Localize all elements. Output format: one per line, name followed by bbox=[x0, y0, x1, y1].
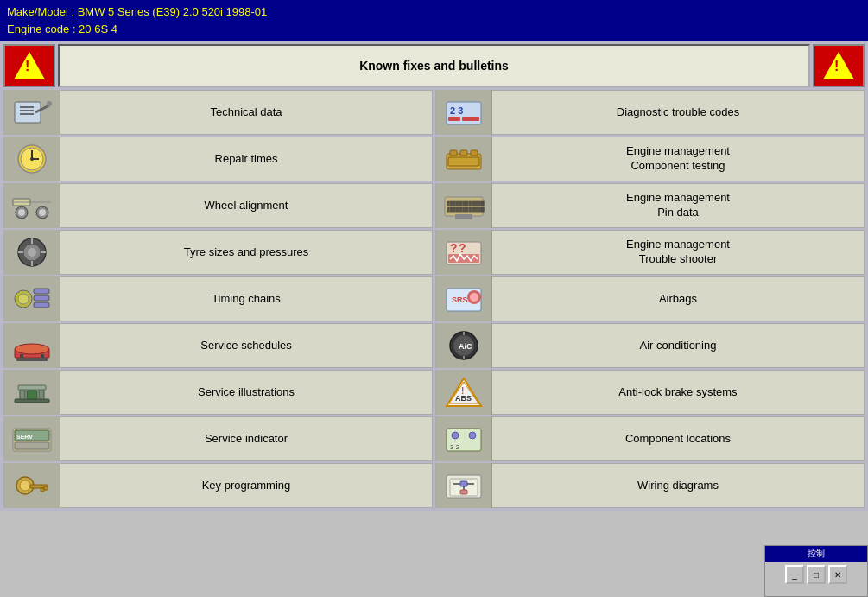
svg-text:▓▓▓▓▓▓▓▓▓▓▓▓▓▓▓▓▓: ▓▓▓▓▓▓▓▓▓▓▓▓▓▓▓▓▓ bbox=[447, 206, 485, 213]
svg-rect-47 bbox=[44, 486, 48, 490]
warning-icon-left[interactable] bbox=[3, 44, 55, 87]
wiring-diagrams-row[interactable]: Wiring diagrams bbox=[435, 463, 865, 508]
abs-label: Anti-lock brake systems bbox=[492, 382, 864, 403]
svg-point-10 bbox=[30, 157, 34, 161]
wheel-alignment-row[interactable]: Wheel alignment bbox=[3, 183, 433, 228]
taskbar-max-button[interactable]: □ bbox=[807, 565, 826, 584]
engine-mgmt-pin-row[interactable]: ▓▓▓▓▓▓▓▓▓▓▓▓▓▓▓▓▓ ▓▓▓▓▓▓▓▓▓▓▓▓▓▓▓▓▓ Engi… bbox=[435, 183, 865, 228]
svg-text:3   2: 3 2 bbox=[450, 443, 460, 451]
taskbar-close-button[interactable]: ✕ bbox=[828, 565, 847, 584]
abs-icon: ABS ! bbox=[436, 370, 492, 415]
svg-point-25 bbox=[18, 294, 29, 304]
service-illustrations-icon bbox=[4, 370, 60, 415]
main-content: Known fixes and bulletins bbox=[0, 41, 868, 511]
engine-pin-label: Engine managementPin data bbox=[492, 187, 864, 224]
service-indicator-row[interactable]: SERV Service indicator bbox=[3, 416, 433, 461]
svg-rect-55 bbox=[471, 150, 478, 156]
ac-icon: A/C bbox=[436, 323, 492, 368]
svg-rect-53 bbox=[450, 150, 457, 156]
header: Make/Model : BMW 5 Series (E39) 2.0 520i… bbox=[0, 0, 868, 41]
timing-chains-row[interactable]: Timing chains bbox=[3, 276, 433, 321]
svg-point-80 bbox=[469, 432, 476, 439]
air-conditioning-row[interactable]: A/C Air conditioning bbox=[435, 323, 865, 368]
engine-mgmt-component-row[interactable]: Engine managementComponent testing bbox=[435, 137, 865, 181]
engine-pin-icon: ▓▓▓▓▓▓▓▓▓▓▓▓▓▓▓▓▓ ▓▓▓▓▓▓▓▓▓▓▓▓▓▓▓▓▓ bbox=[436, 183, 492, 228]
header-line1: Make/Model : BMW 5 Series (E39) 2.0 520i… bbox=[7, 3, 861, 21]
repair-times-icon bbox=[4, 137, 60, 181]
header-line2: Engine code : 20 6S 4 bbox=[7, 21, 861, 38]
svg-text:?: ? bbox=[450, 241, 458, 255]
airbags-icon: SRS bbox=[436, 276, 492, 321]
taskbar-min-button[interactable]: _ bbox=[785, 565, 804, 584]
wheel-alignment-label: Wheel alignment bbox=[60, 195, 432, 217]
svg-rect-50 bbox=[448, 117, 460, 121]
svg-text:SERV: SERV bbox=[16, 434, 33, 440]
svg-point-30 bbox=[15, 344, 49, 354]
svg-rect-37 bbox=[18, 385, 46, 390]
svg-point-79 bbox=[452, 432, 459, 439]
svg-text:▓▓▓▓▓▓▓▓▓▓▓▓▓▓▓▓▓: ▓▓▓▓▓▓▓▓▓▓▓▓▓▓▓▓▓ bbox=[447, 200, 485, 206]
technical-data-icon bbox=[4, 90, 60, 135]
svg-point-15 bbox=[39, 209, 46, 216]
left-panel: Technical data Repair times bbox=[3, 90, 433, 508]
svg-rect-38 bbox=[27, 391, 37, 399]
service-indicator-label: Service indicator bbox=[60, 429, 432, 450]
svg-point-2 bbox=[47, 101, 52, 106]
svg-point-13 bbox=[18, 209, 25, 216]
svg-point-44 bbox=[20, 480, 30, 491]
tyre-sizes-label: Tyre sizes and pressures bbox=[60, 242, 432, 264]
svg-rect-60 bbox=[455, 214, 472, 219]
warning-triangle-left bbox=[14, 52, 45, 79]
airbags-label: Airbags bbox=[492, 289, 864, 310]
technical-data-label: Technical data bbox=[60, 102, 432, 124]
wheel-alignment-icon bbox=[4, 183, 60, 228]
engine-trouble-icon: ? ? bbox=[436, 230, 492, 275]
timing-chains-label: Timing chains bbox=[60, 289, 432, 310]
svg-rect-42 bbox=[15, 442, 49, 449]
svg-rect-88 bbox=[460, 490, 467, 494]
dtc-icon: 2 3 bbox=[436, 90, 492, 135]
key-programming-icon bbox=[4, 463, 60, 508]
repair-times-label: Repair times bbox=[60, 149, 432, 170]
component-icon: 3 2 bbox=[436, 416, 492, 461]
svg-text:?: ? bbox=[459, 241, 466, 255]
tyre-sizes-row[interactable]: Tyre sizes and pressures bbox=[3, 230, 433, 275]
diagnostic-trouble-codes-row[interactable]: 2 3 Diagnostic trouble codes bbox=[435, 90, 865, 135]
svg-text:!: ! bbox=[461, 386, 464, 396]
taskbar-title: 控制 bbox=[765, 546, 867, 562]
key-programming-row[interactable]: Key programming bbox=[3, 463, 433, 508]
engine-mgmt-trouble-row[interactable]: ? ? Engine managementTrouble shooter bbox=[435, 230, 865, 275]
taskbar-window: 控制 _ □ ✕ bbox=[764, 545, 868, 597]
svg-rect-28 bbox=[34, 302, 49, 308]
svg-rect-33 bbox=[16, 358, 48, 361]
svg-rect-46 bbox=[41, 488, 44, 492]
service-schedules-label: Service schedules bbox=[60, 335, 432, 357]
engine-component-icon bbox=[436, 137, 492, 181]
service-schedules-icon bbox=[4, 323, 60, 368]
known-fixes-row: Known fixes and bulletins bbox=[3, 44, 865, 87]
warning-icon-right[interactable] bbox=[813, 44, 865, 87]
airbags-row[interactable]: SRS Airbags bbox=[435, 276, 865, 321]
svg-rect-36 bbox=[39, 389, 44, 399]
known-fixes-label[interactable]: Known fixes and bulletins bbox=[58, 44, 810, 87]
svg-point-19 bbox=[28, 248, 36, 257]
svg-text:A/C: A/C bbox=[459, 342, 472, 351]
component-locations-row[interactable]: 3 2 Component locations bbox=[435, 416, 865, 461]
dtc-label: Diagnostic trouble codes bbox=[492, 102, 864, 124]
grid-container: Technical data Repair times bbox=[3, 90, 865, 508]
timing-chains-icon bbox=[4, 276, 60, 321]
repair-times-row[interactable]: Repair times bbox=[3, 137, 433, 181]
service-illustrations-label: Service illustrations bbox=[60, 382, 432, 403]
ac-label: Air conditioning bbox=[492, 335, 864, 357]
svg-rect-34 bbox=[15, 399, 49, 403]
technical-data-row[interactable]: Technical data bbox=[3, 90, 433, 135]
abs-row[interactable]: ABS ! Anti-lock brake systems bbox=[435, 370, 865, 415]
engine-trouble-label: Engine managementTrouble shooter bbox=[492, 234, 864, 270]
wiring-label: Wiring diagrams bbox=[492, 475, 864, 497]
svg-rect-54 bbox=[460, 150, 467, 156]
svg-rect-56 bbox=[448, 157, 479, 166]
service-schedules-row[interactable]: Service schedules bbox=[3, 323, 433, 368]
service-illustrations-row[interactable]: Service illustrations bbox=[3, 370, 433, 415]
svg-text:2  3: 2 3 bbox=[450, 105, 463, 116]
taskbar-buttons: _ □ ✕ bbox=[765, 562, 867, 587]
